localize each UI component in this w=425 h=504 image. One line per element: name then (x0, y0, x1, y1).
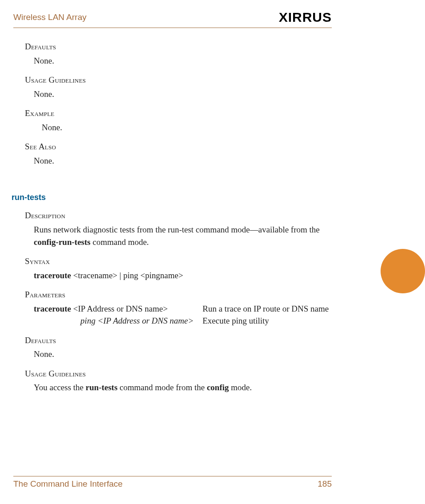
description-body: Runs network diagnostic tests from the r… (34, 224, 332, 248)
usage-post: mode. (229, 383, 252, 392)
table-row: ping <IP Address or DNS name> Execute pi… (34, 315, 332, 327)
param-right: Run a trace on IP route or DNS name (203, 303, 332, 315)
usage-heading: Usage Guidelines (25, 74, 332, 86)
syntax-body: traceroute <tracename> | ping <pingname> (34, 269, 332, 282)
section-marker-icon (381, 249, 425, 293)
example-heading: Example (25, 107, 332, 120)
syntax-heading: Syntax (25, 255, 332, 268)
description-heading: Description (25, 209, 332, 222)
usage-body: None. (34, 88, 332, 100)
usage2-body: You access the run-tests command mode fr… (34, 381, 332, 394)
footer-divider (13, 476, 332, 476)
doc-title: Wireless LAN Array (13, 12, 87, 22)
syntax-rest: <tracename> | ping <pingname> (71, 271, 183, 280)
seealso-heading: See Also (25, 140, 332, 153)
usage-b2: config (207, 383, 229, 392)
syntax-bold: traceroute (34, 271, 71, 280)
brand-logo: XIRRUS (279, 10, 332, 25)
usage-b1: run-tests (86, 383, 118, 392)
defaults2-heading: Defaults (25, 334, 332, 347)
defaults-heading: Defaults (25, 40, 332, 53)
param-right: Execute ping utility (203, 315, 332, 327)
usage2-heading: Usage Guidelines (25, 368, 332, 380)
parameters-heading: Parameters (25, 288, 332, 301)
page-number: 185 (318, 479, 332, 489)
brand-logo-text: XIRRUS (279, 10, 332, 24)
desc-bold: config-run-tests (34, 237, 91, 247)
param-rest: <IP Address or DNS name> (71, 304, 168, 313)
param-left: ping <IP Address or DNS name> (34, 315, 203, 327)
page-header: Wireless LAN Array XIRRUS (0, 10, 425, 25)
usage-pre: You access the (34, 383, 86, 392)
param-italic: ping <IP Address or DNS name> (80, 316, 194, 325)
desc-pre: Runs network diagnostic tests from the r… (34, 225, 320, 234)
desc-post: command mode. (91, 237, 149, 247)
defaults-body: None. (34, 55, 332, 67)
footer-left: The Command Line Interface (13, 479, 123, 489)
defaults2-body: None. (34, 348, 332, 360)
parameters-body: traceroute <IP Address or DNS name> Run … (34, 303, 332, 327)
table-row: traceroute <IP Address or DNS name> Run … (34, 303, 332, 315)
param-bold: traceroute (34, 304, 71, 313)
param-left: traceroute <IP Address or DNS name> (34, 303, 203, 315)
page-footer: The Command Line Interface 185 (13, 476, 332, 489)
page-content: Defaults None. Usage Guidelines None. Ex… (0, 28, 425, 394)
example-body: None. (42, 121, 332, 134)
seealso-body: None. (34, 155, 332, 167)
usage-mid: command mode from the (118, 383, 207, 392)
command-title: run-tests (12, 192, 332, 203)
